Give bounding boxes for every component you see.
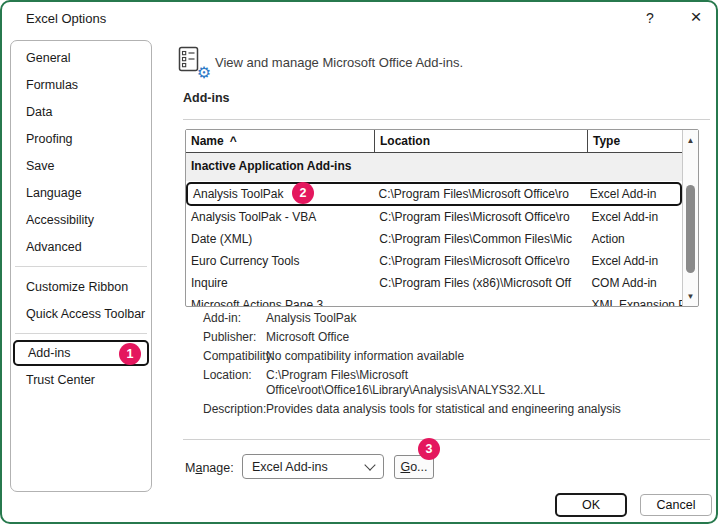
annotation-badge-2: 2 [292,182,314,204]
dialog-title: Excel Options [26,11,106,26]
sidebar-item-save[interactable]: Save [11,152,151,179]
table-row-analysis-toolpak-vba[interactable]: Analysis ToolPak - VBA C:\Program Files\… [186,206,682,228]
sidebar-item-advanced[interactable]: Advanced [11,233,151,260]
manage-label: Manage: [185,461,234,475]
sidebar-item-quick-access-toolbar[interactable]: Quick Access Toolbar [11,300,151,327]
sidebar-item-language[interactable]: Language [11,179,151,206]
clipped-row-wrap: Microsoft Actions Pane 3 XML Expansion P… [186,294,682,306]
column-header-type[interactable]: Type [588,130,684,152]
table-row-analysis-toolpak[interactable]: Analysis ToolPak C:\Program Files\Micros… [186,182,682,206]
table-header: Name ^ Location Type [186,130,698,153]
table-row-euro-currency-tools[interactable]: Euro Currency Tools C:\Program Files\Mic… [186,250,682,272]
section-divider [183,119,710,120]
manage-divider [183,439,710,440]
detail-row-add-in: Add-in: Analysis ToolPak [203,311,703,326]
sidebar-item-formulas[interactable]: Formulas [11,71,151,98]
sidebar-divider [15,266,147,267]
scroll-down-icon[interactable]: ▼ [683,288,698,304]
page-caption: View and manage Microsoft Office Add-ins… [215,55,463,70]
table-row-date-xml[interactable]: Date (XML) C:\Program Files\Common Files… [186,228,682,250]
scrollbar-thumb[interactable] [686,185,695,273]
detail-row-description: Description: Provides data analysis tool… [203,402,703,417]
group-header-row: Inactive Application Add-ins [186,153,682,179]
sort-ascending-icon: ^ [230,134,237,148]
sidebar-item-trust-center[interactable]: Trust Center [11,366,151,393]
sidebar-item-accessibility[interactable]: Accessibility [11,206,151,233]
annotation-badge-1: 1 [119,343,141,365]
scroll-up-icon[interactable]: ▲ [683,132,698,148]
section-title-add-ins: Add-ins [183,91,230,105]
table-row-microsoft-actions-pane-3[interactable]: Microsoft Actions Pane 3 XML Expansion P… [186,294,682,306]
table-row-inquire[interactable]: Inquire C:\Program Files (x86)\Microsoft… [186,272,682,294]
sidebar-item-customize-ribbon[interactable]: Customize Ribbon [11,273,151,300]
chevron-down-icon [364,459,375,470]
column-header-name[interactable]: Name ^ [186,130,375,152]
sidebar-item-proofing[interactable]: Proofing [11,125,151,152]
close-icon[interactable]: × [682,4,710,30]
cancel-button[interactable]: Cancel [640,494,712,516]
add-in-details: Add-in: Analysis ToolPak Publisher: Micr… [203,311,703,421]
manage-add-ins-icon: ⚙ [178,46,208,76]
excel-options-dialog: Excel Options ? × General Formulas Data … [0,0,718,524]
help-icon[interactable]: ? [638,6,662,30]
vertical-scrollbar[interactable]: ▲ ▼ [682,130,698,306]
column-header-location[interactable]: Location [375,130,588,152]
sidebar-item-general[interactable]: General [11,44,151,71]
gear-icon: ⚙ [197,65,211,81]
detail-row-compatibility: Compatibility: No compatibility informat… [203,349,703,364]
detail-row-location: Location: C:\Program Files\Microsoft Off… [203,368,703,398]
sidebar-divider [15,333,147,334]
annotation-badge-3: 3 [418,438,440,460]
ok-button[interactable]: OK [555,493,627,517]
manage-dropdown-value: Excel Add-ins [252,460,366,474]
detail-row-publisher: Publisher: Microsoft Office [203,330,703,345]
sidebar-item-add-ins[interactable]: Add-ins 1 [13,340,149,366]
table-body: Inactive Application Add-ins Analysis To… [186,153,682,306]
add-ins-list: Name ^ Location Type Inactive Applicatio… [185,129,699,307]
manage-dropdown[interactable]: Excel Add-ins [242,454,384,479]
sidebar-item-data[interactable]: Data [11,98,151,125]
options-nav-sidebar: General Formulas Data Proofing Save Lang… [10,40,152,492]
